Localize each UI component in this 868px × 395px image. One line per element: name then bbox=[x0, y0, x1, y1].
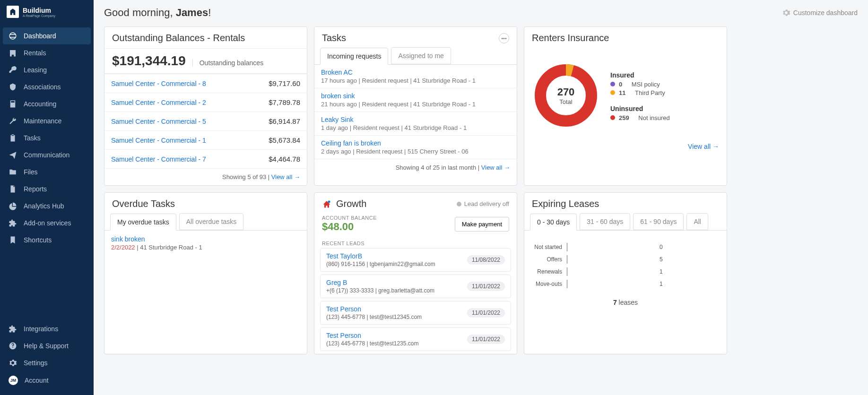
card-title: Outstanding Balances - Rentals bbox=[104, 27, 307, 48]
renters-insurance-card: Renters Insurance 270 Total Insured bbox=[524, 26, 727, 186]
balance-property-link[interactable]: Samuel Center - Commercial - 1 bbox=[111, 137, 206, 144]
avatar-icon: JM bbox=[9, 376, 18, 385]
balance-amount: $7,789.78 bbox=[269, 98, 300, 106]
help-icon bbox=[9, 342, 17, 350]
card-title: Overdue Tasks bbox=[104, 193, 307, 214]
tab-assigned-to-me[interactable]: Assigned to me bbox=[391, 47, 451, 64]
sidebar-item-account[interactable]: JMAccount bbox=[0, 371, 94, 389]
sidebar-item-communication[interactable]: Communication bbox=[0, 146, 94, 163]
balance-amount: $5,673.84 bbox=[269, 136, 300, 144]
sidebar-item-leasing[interactable]: Leasing bbox=[0, 61, 94, 78]
task-link[interactable]: Ceiling fan is broken bbox=[321, 139, 381, 147]
sidebar-item-analytics-hub[interactable]: Analytics Hub bbox=[0, 198, 94, 215]
balance-property-link[interactable]: Samuel Center - Commercial - 7 bbox=[111, 155, 206, 163]
logo-mark-icon bbox=[7, 6, 19, 18]
lead-name-link[interactable]: Test TaylorB bbox=[326, 252, 435, 260]
task-row: Leaky Sink1 day ago | Resident request |… bbox=[314, 112, 517, 136]
task-meta: 21 hours ago | Resident request | 41 Stu… bbox=[321, 101, 510, 108]
paper-plane-icon bbox=[9, 151, 17, 159]
lead-name-link[interactable]: Test Person bbox=[326, 332, 418, 339]
growth-card: Growth Lead delivery off ACCOUNT BALANCE… bbox=[314, 192, 517, 354]
sidebar-item-label: Leasing bbox=[24, 66, 47, 74]
sidebar-item-label: Help & Support bbox=[24, 342, 69, 350]
lead-name-link[interactable]: Greg B bbox=[326, 279, 434, 286]
lead-delivery-status: Lead delivery off bbox=[457, 200, 509, 207]
calculator-icon bbox=[9, 100, 17, 108]
insurance-view-all-link[interactable]: View all → bbox=[688, 143, 719, 150]
clipboard-icon bbox=[9, 134, 17, 142]
lead-row: Test Person(123) 445-6778 | test@test123… bbox=[320, 327, 511, 351]
bar-label: Move-outs bbox=[533, 281, 562, 287]
card-title: Tasks bbox=[322, 33, 346, 43]
sidebar-item-dashboard[interactable]: Dashboard bbox=[3, 27, 91, 44]
sidebar-item-label: Files bbox=[24, 168, 38, 176]
sidebar-item-shortcuts[interactable]: Shortcuts bbox=[0, 232, 94, 249]
sidebar-item-files[interactable]: Files bbox=[0, 163, 94, 180]
task-link[interactable]: broken sink bbox=[321, 92, 355, 100]
sidebar-item-rentals[interactable]: Rentals bbox=[0, 44, 94, 61]
tab--days[interactable]: 61 - 90 days bbox=[633, 213, 684, 230]
overdue-row: sink broken2/2/2022 | 41 Sturbridge Road… bbox=[104, 231, 307, 256]
sidebar-item-integrations[interactable]: Integrations bbox=[0, 320, 94, 337]
task-link[interactable]: Leaky Sink bbox=[321, 116, 353, 123]
sidebar-item-label: Integrations bbox=[24, 325, 58, 333]
sidebar-item-reports[interactable]: Reports bbox=[0, 180, 94, 198]
sidebar-item-tasks[interactable]: Tasks bbox=[0, 129, 94, 146]
bookmark-icon bbox=[9, 236, 17, 244]
brand-logo: Buildium A RealPage Company bbox=[0, 0, 94, 24]
tab-all-overdue-tasks[interactable]: All overdue tasks bbox=[179, 213, 244, 230]
sidebar-item-label: Dashboard bbox=[24, 32, 56, 40]
lead-name-link[interactable]: Test Person bbox=[326, 305, 422, 313]
sidebar-item-label: Associations bbox=[24, 83, 61, 91]
balance-amount: $6,914.87 bbox=[269, 117, 300, 125]
balance-row: Samuel Center - Commercial - 5$6,914.87 bbox=[104, 112, 307, 131]
puzzle-icon bbox=[9, 325, 17, 333]
bar-value: 0 bbox=[657, 244, 663, 250]
tasks-view-all-link[interactable]: View all → bbox=[481, 164, 510, 171]
task-link[interactable]: Broken AC bbox=[321, 69, 353, 76]
sidebar-item-associations[interactable]: Associations bbox=[0, 78, 94, 95]
sidebar-item-accounting[interactable]: Accounting bbox=[0, 95, 94, 112]
sidebar-item-add-on-services[interactable]: Add-on services bbox=[0, 215, 94, 232]
tab-my-overdue-tasks[interactable]: My overdue tasks bbox=[110, 214, 176, 231]
tab--days[interactable]: 31 - 60 days bbox=[580, 213, 630, 230]
tab-all[interactable]: All bbox=[686, 213, 708, 230]
expiring-leases-card: Expiring Leases 0 - 30 days31 - 60 days6… bbox=[524, 192, 727, 354]
insurance-donut-chart: 270 Total bbox=[533, 62, 599, 129]
overdue-task-link[interactable]: sink broken bbox=[111, 235, 145, 243]
sidebar-item-label: Reports bbox=[24, 185, 47, 193]
customize-dashboard-button[interactable]: Customize dashboard bbox=[782, 9, 858, 17]
key-icon bbox=[9, 66, 17, 74]
brand-tagline: A RealPage Company bbox=[23, 14, 55, 17]
sidebar-item-label: Settings bbox=[24, 359, 48, 367]
card-title: Renters Insurance bbox=[524, 27, 727, 48]
tab-incoming-requests[interactable]: Incoming requests bbox=[320, 48, 388, 65]
chart-bar-row: Move-outs1 bbox=[533, 280, 718, 288]
make-payment-button[interactable]: Make payment bbox=[455, 217, 509, 232]
balance-property-link[interactable]: Samuel Center - Commercial - 8 bbox=[111, 80, 206, 87]
bar-label: Renewals bbox=[533, 268, 562, 275]
bar-value: 5 bbox=[657, 256, 663, 263]
growth-icon bbox=[322, 199, 331, 209]
sidebar-item-help-support[interactable]: Help & Support bbox=[0, 337, 94, 354]
document-icon bbox=[9, 185, 17, 193]
lead-contact: (860) 916-1156 | tgbenjamin22@gmail.com bbox=[326, 261, 435, 267]
sidebar-item-label: Shortcuts bbox=[24, 236, 52, 244]
sidebar-item-label: Tasks bbox=[24, 134, 41, 142]
lead-date-badge: 11/01/2022 bbox=[467, 282, 505, 291]
gear-icon bbox=[782, 9, 790, 17]
balance-amount: $9,717.60 bbox=[269, 79, 300, 87]
balance-row: Samuel Center - Commercial - 8$9,717.60 bbox=[104, 74, 307, 93]
tasks-more-icon[interactable]: ••• bbox=[499, 33, 509, 43]
balance-property-link[interactable]: Samuel Center - Commercial - 5 bbox=[111, 118, 206, 125]
balances-view-all-link[interactable]: View all → bbox=[271, 173, 300, 180]
chart-bar-row: Not started0 bbox=[533, 243, 718, 251]
lead-row: Test Person(123) 445-6778 | test@test123… bbox=[320, 301, 511, 325]
sidebar-item-label: Maintenance bbox=[24, 117, 61, 125]
sidebar-item-settings[interactable]: Settings bbox=[0, 354, 94, 371]
tab--days[interactable]: 0 - 30 days bbox=[530, 214, 577, 231]
sidebar-item-maintenance[interactable]: Maintenance bbox=[0, 112, 94, 129]
wrench-icon bbox=[9, 117, 17, 125]
globe-icon bbox=[9, 32, 17, 40]
balance-property-link[interactable]: Samuel Center - Commercial - 2 bbox=[111, 99, 206, 106]
